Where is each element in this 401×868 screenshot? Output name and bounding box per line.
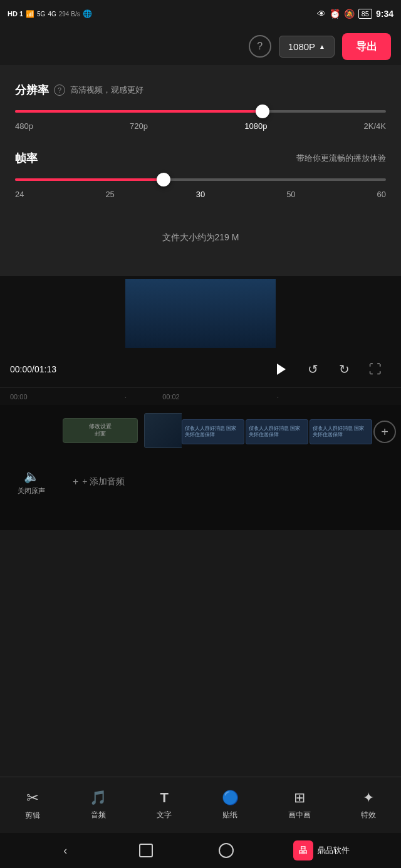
brand-logo: 品 鼎品软件 [293, 840, 350, 860]
timeline-ruler: 00:00 · 00:02 · [0, 387, 401, 405]
top-bar: ? 1080P ▲ 导出 [0, 28, 401, 65]
tool-cut-label: 剪辑 [25, 810, 40, 821]
add-track-button[interactable]: + [373, 421, 396, 443]
fullscreen-button[interactable]: ⛶ [360, 354, 391, 385]
circle-icon [219, 843, 234, 858]
add-audio-label: + 添加音频 [82, 476, 125, 488]
resolution-header: 分辨率 ? 高清视频，观感更好 [15, 83, 386, 98]
fps-label-24: 24 [15, 190, 24, 199]
export-button[interactable]: 导出 [342, 33, 391, 60]
video-track-row: 修改设置封面 侦收人人群好消息 国家关怀住居保障 侦收人人群好消息 国家关怀住居… [0, 410, 401, 454]
time-display: 00:00/01:13 [10, 364, 266, 374]
export-panel: 分辨率 ? 高清视频，观感更好 480p 720p 1080p 2K/4K 帧率… [0, 65, 401, 276]
mute-icon: 🔕 [344, 9, 355, 19]
sticker-icon: 🔵 [222, 790, 239, 806]
video-track-content: 修改设置封面 [63, 413, 182, 451]
caption-text-2: 侦收人人群好消息 国家关怀住居保障 [249, 426, 305, 437]
tool-audio-label: 音频 [91, 810, 106, 820]
caption-text-1: 侦收人人群好消息 国家关怀住居保障 [185, 426, 241, 437]
framerate-title: 帧率 [15, 151, 38, 166]
framerate-subtitle: 带给你更流畅的播放体验 [296, 153, 386, 164]
nav-home-button[interactable] [132, 837, 160, 864]
data-icon: 🌐 [83, 9, 92, 18]
ruler-dot-1: · [124, 392, 127, 402]
speaker-icon: 🔈 [24, 469, 39, 484]
resolution-thumb[interactable] [256, 105, 269, 118]
status-bar-left: HD 1 📶 5G 4G 294 B/s 🌐 [8, 9, 92, 18]
nav-bar: ‹ 品 鼎品软件 [0, 833, 401, 868]
tool-audio[interactable]: 🎵 音频 [90, 790, 107, 820]
scissors-icon: ✂ [26, 789, 39, 807]
brand-icon: 品 [293, 840, 313, 860]
caption-clip-1[interactable]: 侦收人人群好消息 国家关怀住居保障 [182, 419, 244, 444]
music-icon: 🎵 [90, 790, 107, 806]
framerate-slider[interactable] [15, 178, 386, 181]
tool-effects[interactable]: ✦ 特效 [361, 790, 376, 820]
help-icon: ? [257, 41, 263, 52]
home-square-icon [139, 844, 153, 857]
nav-recents-button[interactable] [212, 837, 240, 864]
resolution-button[interactable]: 1080P ▲ [279, 36, 335, 58]
chevron-up-icon: ▲ [319, 43, 325, 50]
resolution-track [15, 110, 386, 113]
back-icon: ‹ [63, 844, 67, 857]
tool-cut[interactable]: ✂ 剪辑 [25, 789, 40, 821]
undo-icon: ↺ [308, 362, 318, 377]
add-audio-plus-icon: + [73, 476, 78, 488]
status-bar-right: 👁 ⏰ 🔕 85 9:34 [317, 9, 393, 19]
text-overlay-clip[interactable]: 修改设置封面 [63, 418, 138, 443]
framerate-fill [15, 178, 164, 181]
status-bar: HD 1 📶 5G 4G 294 B/s 🌐 👁 ⏰ 🔕 85 9:34 [0, 0, 401, 28]
timeline-tracks: 修改设置封面 侦收人人群好消息 国家关怀住居保障 侦收人人群好消息 国家关怀住居… [0, 405, 401, 530]
video-thumbnail [125, 279, 276, 348]
fullscreen-icon: ⛶ [369, 362, 382, 377]
track-label-audio[interactable]: 🔈 关闭原声 [0, 469, 63, 496]
resolution-hint-icon[interactable]: ? [54, 84, 65, 96]
fps-label-25: 25 [105, 190, 114, 199]
resolution-section: 分辨率 ? 高清视频，观感更好 480p 720p 1080p 2K/4K [15, 83, 386, 131]
framerate-track [15, 178, 386, 181]
caption-text-3: 侦收人人群好消息 国家关怀住居保障 [313, 426, 369, 437]
tool-sticker[interactable]: 🔵 贴纸 [222, 790, 239, 820]
bottom-toolbar: ✂ 剪辑 🎵 音频 T 文字 🔵 贴纸 ⊞ 画中画 ✦ 特效 [0, 777, 401, 833]
video-preview [0, 276, 401, 351]
caption-clip-3[interactable]: 侦收人人群好消息 国家关怀住居保障 [310, 419, 372, 444]
ruler-mark-0: 00:00 [10, 393, 28, 401]
resolution-labels: 480p 720p 1080p 2K/4K [15, 121, 386, 131]
battery-label: 85 [358, 9, 372, 19]
text-clip-label: 修改设置封面 [89, 423, 112, 437]
resolution-title: 分辨率 [15, 83, 49, 98]
resolution-subtitle: 高清视频，观感更好 [70, 84, 143, 96]
help-button[interactable]: ? [249, 35, 271, 58]
redo-button[interactable]: ↻ [328, 354, 360, 385]
nav-back-button[interactable]: ‹ [51, 837, 79, 864]
ruler-marks: 00:00 · 00:02 · [10, 388, 391, 405]
export-label: 导出 [356, 41, 377, 53]
signal-icon: 📶 [26, 10, 34, 18]
data-speed: 294 B/s [59, 11, 80, 18]
resolution-fill [15, 110, 263, 113]
fps-label-50: 50 [286, 190, 295, 199]
tool-sticker-label: 贴纸 [222, 810, 237, 820]
audio-track-row: 🔈 关闭原声 + + 添加音频 [0, 460, 401, 504]
timeline-controls: 00:00/01:13 ↺ ↻ ⛶ [0, 351, 401, 387]
video-clip-1[interactable] [144, 413, 182, 448]
file-size-row: 文件大小约为219 M [15, 219, 386, 256]
ruler-mark-2: 00:02 [162, 393, 180, 401]
carrier-label: HD 1 [8, 10, 23, 18]
alarm-icon: ⏰ [330, 9, 340, 19]
ruler-dot-2: · [277, 392, 279, 402]
undo-button[interactable]: ↺ [297, 354, 328, 385]
resolution-slider[interactable] [15, 110, 386, 113]
text-icon: T [160, 790, 168, 806]
tool-pip[interactable]: ⊞ 画中画 [288, 790, 311, 820]
tool-text[interactable]: T 文字 [157, 790, 172, 820]
res-label-2k4k: 2K/4K [364, 121, 386, 131]
resolution-label: 1080P [288, 41, 315, 52]
add-audio-button[interactable]: + + 添加音频 [73, 476, 125, 488]
framerate-thumb[interactable] [157, 173, 170, 186]
redo-icon: ↻ [339, 362, 350, 377]
caption-clip-2[interactable]: 侦收人人群好消息 国家关怀住居保障 [246, 419, 308, 444]
play-button[interactable] [266, 354, 297, 385]
effects-icon: ✦ [363, 790, 374, 806]
